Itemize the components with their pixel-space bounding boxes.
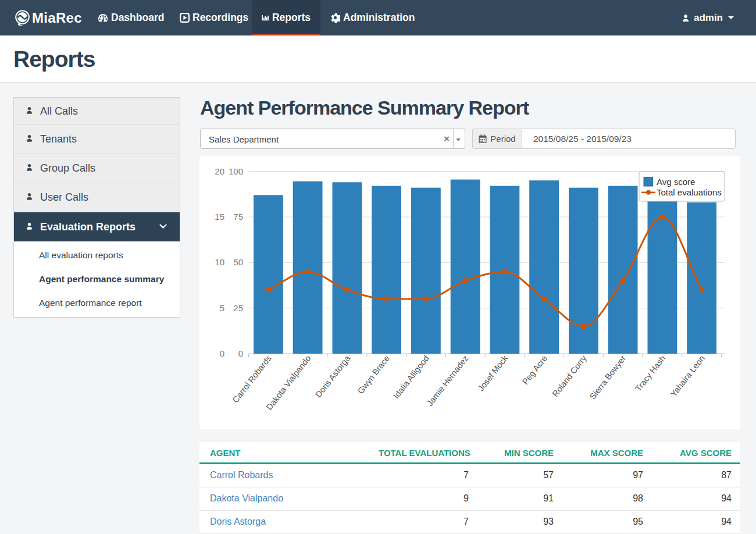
svg-text:Total evaluations: Total evaluations — [657, 187, 722, 197]
svg-text:Roland Corry: Roland Corry — [551, 353, 589, 398]
svg-text:Peg Acre: Peg Acre — [520, 354, 549, 386]
svg-text:Avg score: Avg score — [657, 177, 695, 187]
svg-text:Josef Mock: Josef Mock — [476, 353, 510, 393]
svg-text:50: 50 — [233, 257, 243, 267]
svg-text:25: 25 — [233, 303, 243, 313]
svg-text:Carrol Robards: Carrol Robards — [231, 354, 273, 404]
svg-text:Gwyn Brace: Gwyn Brace — [356, 354, 391, 396]
svg-text:10: 10 — [215, 257, 224, 267]
svg-text:Idalia Alligood: Idalia Alligood — [391, 354, 431, 400]
svg-text:Jamie Hernadez: Jamie Hernadez — [425, 354, 470, 408]
svg-text:0: 0 — [238, 348, 243, 358]
svg-text:Yahaira Leon: Yahaira Leon — [669, 354, 707, 398]
svg-text:0: 0 — [220, 348, 224, 358]
svg-text:Dakota Vialpando: Dakota Vialpando — [265, 354, 313, 412]
svg-text:100: 100 — [229, 166, 243, 176]
svg-text:5: 5 — [220, 303, 224, 313]
svg-text:75: 75 — [233, 212, 243, 222]
svg-text:Doris Astorga: Doris Astorga — [313, 353, 352, 399]
svg-text:20: 20 — [215, 166, 224, 176]
svg-text:15: 15 — [215, 212, 224, 222]
svg-text:Sierra Bowyer: Sierra Bowyer — [588, 354, 628, 401]
svg-text:Tracy Hash: Tracy Hash — [633, 354, 667, 393]
